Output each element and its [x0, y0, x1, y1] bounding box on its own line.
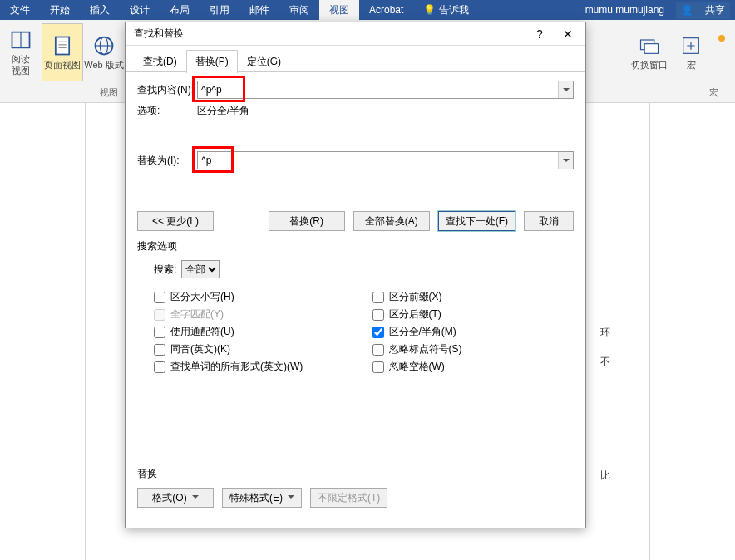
reading-view-button[interactable]: 阅读 视图	[0, 23, 42, 81]
checkbox-left-0[interactable]: 区分大小写(H)	[154, 290, 356, 304]
replace-section-heading: 替换	[137, 467, 574, 481]
search-options-heading: 搜索选项	[137, 239, 574, 253]
tab-file[interactable]: 文件	[0, 0, 40, 20]
ribbon-tabs: 文件 开始 插入 设计 布局 引用 邮件 审阅 视图 Acrobat 💡 告诉我…	[0, 0, 735, 20]
macros-button[interactable]: 宏 宏	[670, 23, 712, 81]
checkbox-right-4[interactable]: 忽略空格(W)	[372, 360, 575, 374]
checkbox-right-0[interactable]: 区分前缀(X)	[372, 290, 575, 304]
checkbox-left-2[interactable]: 使用通配符(U)	[154, 325, 356, 339]
find-replace-dialog: 查找和替换 ? ✕ 查找(D) 替换(P) 定位(G) 查找内容(N): 选项:…	[125, 22, 586, 528]
checkbox-label: 区分后缀(T)	[389, 307, 441, 322]
reading-view-icon	[9, 28, 32, 52]
notification-dot-icon[interactable]	[718, 35, 725, 42]
tab-layout[interactable]: 布局	[160, 0, 200, 20]
special-button[interactable]: 特殊格式(E)	[222, 488, 302, 508]
checkbox-label: 查找单词的所有形式(英文)(W)	[170, 360, 303, 374]
switch-windows-button[interactable]: 切换窗口	[629, 23, 670, 81]
find-history-dropdown[interactable]	[558, 81, 573, 98]
macros-icon	[679, 34, 703, 57]
checkbox-label: 全字匹配(Y)	[170, 307, 224, 322]
tab-design[interactable]: 设计	[120, 0, 160, 20]
close-icon[interactable]: ✕	[554, 23, 582, 45]
checkbox-input-left-3[interactable]	[154, 344, 165, 356]
format-button[interactable]: 格式(O)	[137, 488, 214, 508]
checkbox-label: 使用通配符(U)	[170, 325, 234, 339]
dialog-title: 查找和替换	[134, 27, 525, 41]
find-input[interactable]	[197, 81, 574, 99]
tab-acrobat[interactable]: Acrobat	[359, 0, 413, 20]
search-direction-label: 搜索:	[154, 263, 176, 277]
checkbox-label: 忽略标点符号(S)	[389, 342, 462, 356]
less-button[interactable]: << 更少(L)	[137, 211, 214, 231]
help-icon[interactable]: ?	[525, 23, 554, 45]
checkbox-input-right-0[interactable]	[372, 292, 384, 303]
partial-text: 环 不 比	[600, 311, 610, 498]
group-label-views: 视图	[100, 86, 118, 99]
checkbox-input-right-4[interactable]	[372, 361, 384, 373]
checkbox-label: 同音(英文)(K)	[170, 342, 230, 356]
tab-references[interactable]: 引用	[200, 0, 239, 20]
page-layout-icon	[51, 34, 74, 57]
replace-button[interactable]: 替换(R)	[269, 211, 345, 231]
tab-home[interactable]: 开始	[40, 0, 80, 20]
checkbox-label: 区分大小写(H)	[170, 290, 234, 304]
tell-me[interactable]: 💡 告诉我	[413, 0, 478, 20]
replace-input[interactable]	[197, 151, 574, 169]
checkbox-label: 区分全/半角(M)	[389, 325, 456, 339]
replace-history-dropdown[interactable]	[558, 152, 573, 169]
checkbox-input-left-4[interactable]	[154, 361, 165, 373]
user-name[interactable]: mumu mumujiang	[585, 4, 664, 16]
web-layout-icon	[92, 34, 116, 57]
tab-mailings[interactable]: 邮件	[239, 0, 279, 20]
checkbox-left-4[interactable]: 查找单词的所有形式(英文)(W)	[154, 360, 356, 374]
replace-label: 替换为(I):	[137, 154, 197, 168]
share-button[interactable]: 👤 共享	[676, 2, 730, 19]
checkbox-input-left-0[interactable]	[154, 292, 165, 303]
checkbox-left-3[interactable]: 同音(英文)(K)	[154, 342, 356, 356]
page-layout-button[interactable]: 页面视图	[42, 23, 83, 81]
find-label: 查找内容(N):	[137, 83, 197, 97]
tab-find[interactable]: 查找(D)	[134, 50, 186, 73]
checkbox-right-3[interactable]: 忽略标点符号(S)	[372, 342, 575, 356]
find-next-button[interactable]: 查找下一处(F)	[438, 211, 515, 231]
checkbox-input-left-2[interactable]	[154, 327, 165, 338]
checkbox-col-right: 区分前缀(X)区分后缀(T)区分全/半角(M)忽略标点符号(S)忽略空格(W)	[356, 287, 575, 377]
web-layout-button[interactable]: Web 版式	[83, 23, 125, 81]
svg-rect-2	[56, 37, 69, 54]
group-label-macros: 宏	[709, 86, 718, 99]
checkbox-label: 忽略空格(W)	[389, 360, 445, 374]
tab-view[interactable]: 视图	[319, 0, 359, 20]
tab-goto[interactable]: 定位(G)	[238, 50, 290, 73]
tab-insert[interactable]: 插入	[80, 0, 120, 20]
search-direction-select[interactable]: 全部	[181, 260, 220, 278]
cancel-button[interactable]: 取消	[524, 211, 574, 231]
switch-windows-icon	[638, 34, 661, 57]
tab-replace[interactable]: 替换(P)	[186, 50, 238, 73]
options-value: 区分全/半角	[197, 104, 249, 118]
no-format-button: 不限定格式(T)	[310, 488, 387, 508]
replace-all-button[interactable]: 全部替换(A)	[353, 211, 430, 231]
checkbox-input-right-2[interactable]	[372, 327, 384, 338]
checkbox-left-1: 全字匹配(Y)	[154, 307, 356, 322]
checkbox-input-right-3[interactable]	[372, 344, 384, 356]
checkbox-right-2[interactable]: 区分全/半角(M)	[372, 325, 575, 339]
options-label: 选项:	[137, 104, 197, 118]
checkbox-input-right-1[interactable]	[372, 309, 384, 321]
checkbox-col-left: 区分大小写(H)全字匹配(Y)使用通配符(U)同音(英文)(K)查找单词的所有形…	[137, 287, 356, 377]
svg-rect-10	[644, 44, 658, 54]
checkbox-label: 区分前缀(X)	[389, 290, 442, 304]
tab-review[interactable]: 审阅	[279, 0, 319, 20]
checkbox-right-1[interactable]: 区分后缀(T)	[372, 307, 575, 322]
checkbox-input-left-1	[154, 309, 165, 321]
